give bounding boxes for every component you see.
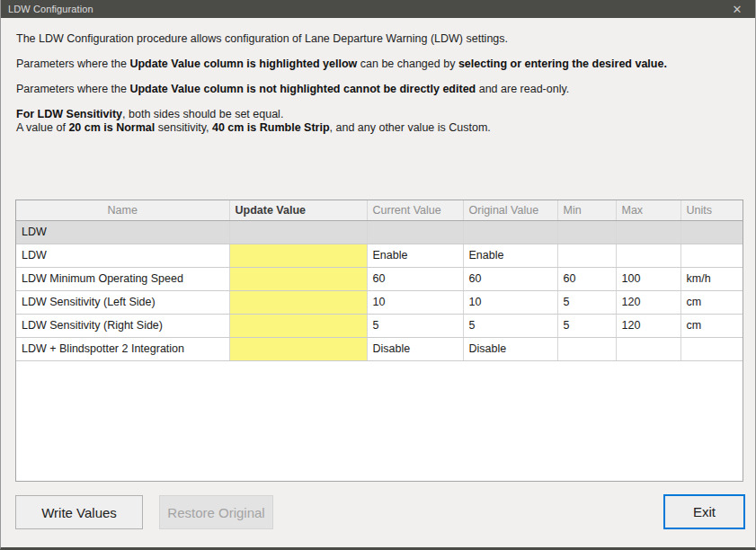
restore-original-button[interactable]: Restore Original bbox=[159, 495, 273, 529]
table-row: LDW Sensitivity (Right Side)555120cm bbox=[16, 314, 743, 337]
units-cell bbox=[680, 244, 743, 267]
current-cell bbox=[367, 220, 463, 244]
units-cell bbox=[680, 220, 743, 244]
table-header-row: NameUpdate ValueCurrent ValueOriginal Va… bbox=[16, 200, 743, 220]
original-cell: Enable bbox=[463, 244, 557, 267]
update-value-cell[interactable] bbox=[229, 290, 367, 314]
max-cell bbox=[616, 220, 680, 244]
column-header-current: Current Value bbox=[367, 200, 463, 220]
min-cell bbox=[557, 337, 616, 360]
units-cell: cm bbox=[680, 290, 743, 314]
column-header-max: Max bbox=[616, 200, 680, 220]
exit-button[interactable]: Exit bbox=[663, 494, 745, 529]
column-header-original: Original Value bbox=[463, 200, 557, 220]
current-cell: Enable bbox=[367, 244, 463, 267]
name-cell: LDW Sensitivity (Right Side) bbox=[16, 314, 229, 337]
section-row: LDW bbox=[16, 220, 743, 244]
original-cell: 5 bbox=[463, 314, 557, 337]
update-value-cell[interactable] bbox=[229, 314, 367, 337]
column-header-update: Update Value bbox=[229, 200, 367, 220]
intro-paragraph: The LDW Configuration procedure allows c… bbox=[16, 32, 743, 46]
close-icon[interactable]: ✕ bbox=[725, 0, 750, 18]
original-cell: 60 bbox=[463, 267, 557, 290]
min-cell bbox=[557, 220, 616, 244]
original-cell bbox=[463, 220, 557, 244]
units-cell bbox=[680, 337, 743, 360]
table-row: LDW Minimum Operating Speed606060100km/h bbox=[16, 267, 743, 290]
parameters-table: NameUpdate ValueCurrent ValueOriginal Va… bbox=[15, 200, 743, 482]
table-row: LDW + Blindspotter 2 IntegrationDisableD… bbox=[16, 337, 743, 360]
original-cell: 10 bbox=[463, 290, 557, 314]
titlebar: LDW Configuration ✕ bbox=[1, 0, 755, 18]
current-cell: 5 bbox=[367, 314, 463, 337]
name-cell: LDW Sensitivity (Left Side) bbox=[16, 290, 229, 314]
current-cell: 60 bbox=[367, 267, 463, 290]
update-cell bbox=[229, 220, 367, 244]
intro-paragraph: Parameters where the Update Value column… bbox=[16, 58, 743, 71]
update-value-cell[interactable] bbox=[229, 337, 367, 360]
units-cell: km/h bbox=[680, 267, 743, 290]
max-cell: 120 bbox=[616, 314, 680, 337]
name-cell: LDW Minimum Operating Speed bbox=[16, 267, 229, 290]
units-cell: cm bbox=[680, 314, 743, 337]
ldw-configuration-dialog: LDW Configuration ✕ The LDW Configuratio… bbox=[0, 0, 756, 550]
max-cell: 100 bbox=[616, 267, 680, 290]
name-cell: LDW bbox=[16, 220, 229, 244]
column-header-name: Name bbox=[16, 200, 229, 220]
column-header-min: Min bbox=[557, 200, 616, 220]
name-cell: LDW bbox=[16, 244, 229, 267]
max-cell bbox=[616, 244, 680, 267]
window-title: LDW Configuration bbox=[1, 4, 93, 14]
intro-paragraph: Parameters where the Update Value column… bbox=[16, 83, 743, 96]
current-cell: Disable bbox=[367, 337, 463, 360]
max-cell bbox=[616, 337, 680, 360]
min-cell: 5 bbox=[557, 314, 616, 337]
table-row: LDW Sensitivity (Left Side)10105120cm bbox=[16, 290, 743, 314]
update-value-cell[interactable] bbox=[229, 267, 367, 290]
update-value-cell[interactable] bbox=[229, 244, 367, 267]
min-cell: 60 bbox=[557, 267, 616, 290]
min-cell: 5 bbox=[557, 290, 616, 314]
name-cell: LDW + Blindspotter 2 Integration bbox=[16, 337, 229, 360]
intro-text: The LDW Configuration procedure allows c… bbox=[16, 32, 743, 146]
current-cell: 10 bbox=[367, 290, 463, 314]
intro-paragraph: For LDW Sensitivity, both sides should b… bbox=[16, 108, 743, 135]
original-cell: Disable bbox=[463, 337, 557, 360]
write-values-button[interactable]: Write Values bbox=[15, 495, 143, 529]
column-header-units: Units bbox=[680, 200, 743, 220]
min-cell bbox=[557, 244, 616, 267]
max-cell: 120 bbox=[616, 290, 680, 314]
table-row: LDWEnableEnable bbox=[16, 244, 743, 267]
